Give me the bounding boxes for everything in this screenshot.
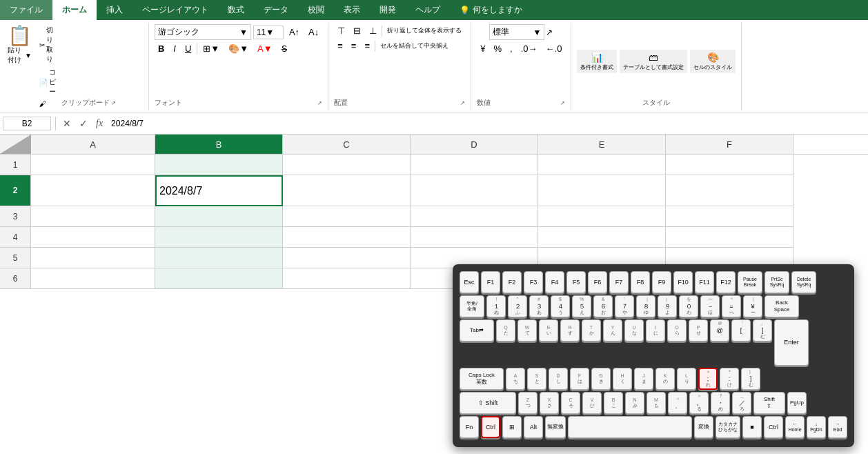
tab-data[interactable]: データ: [254, 0, 298, 20]
bold-button[interactable]: B: [155, 42, 168, 55]
key-3[interactable]: #３あ: [529, 295, 549, 317]
key-yen[interactable]: ｜¥ー: [743, 295, 762, 317]
key-bracket-close[interactable]: 」]む: [753, 319, 772, 342]
cell-f2[interactable]: [666, 175, 793, 206]
key-e[interactable]: Eい: [539, 319, 558, 342]
cell-a1[interactable]: [31, 155, 155, 175]
format-paint-button[interactable]: 🖌: [37, 99, 60, 109]
key-f6[interactable]: F6: [588, 271, 607, 293]
cell-c5[interactable]: [283, 248, 411, 268]
key-slash[interactable]: ？・め: [711, 392, 730, 414]
key-f3[interactable]: F3: [524, 271, 543, 293]
key-i[interactable]: Iに: [646, 319, 665, 342]
border-button[interactable]: ⊞▼: [199, 42, 223, 55]
key-space[interactable]: [568, 416, 692, 438]
cell-f3[interactable]: [666, 206, 793, 227]
font-color-button[interactable]: A▼: [254, 42, 276, 55]
key-4[interactable]: $４う: [551, 295, 570, 317]
key-f12[interactable]: F12: [716, 271, 736, 293]
conditional-format-button[interactable]: 📊 条件付き書式: [577, 50, 617, 73]
decrease-font-button[interactable]: A↓: [305, 26, 322, 39]
key-s[interactable]: Sと: [527, 368, 546, 390]
key-colon[interactable]: ＊:け: [720, 368, 739, 390]
number-format-selector[interactable]: 標準 ▼: [489, 24, 544, 40]
fill-color-button[interactable]: 🎨▼: [225, 42, 252, 55]
key-f7[interactable]: F7: [609, 271, 629, 293]
increase-decimal-button[interactable]: .0→: [517, 42, 541, 55]
font-name-selector[interactable]: 游ゴシック ▼: [155, 24, 251, 40]
row-header-2[interactable]: 2: [0, 175, 31, 206]
cell-f4[interactable]: [666, 227, 793, 248]
key-home[interactable]: ←Home: [785, 416, 805, 438]
key-m[interactable]: Mも: [647, 392, 666, 414]
italic-button[interactable]: I: [170, 42, 179, 55]
key-tab[interactable]: Tab⇄: [460, 319, 494, 342]
key-u[interactable]: Uな: [624, 319, 644, 342]
key-shift-right[interactable]: Shift⇧: [753, 392, 785, 414]
key-a[interactable]: Aち: [506, 368, 525, 390]
key-fn[interactable]: Fn: [460, 416, 479, 438]
key-muhenkan[interactable]: 無変換: [545, 416, 566, 438]
key-minus[interactable]: ー－ほ: [700, 295, 720, 317]
cell-b3[interactable]: [155, 206, 283, 227]
key-pgup[interactable]: PgUp: [787, 392, 807, 414]
format-as-table-button[interactable]: 🗃 テーブルとして書式設定: [620, 50, 687, 73]
col-header-b[interactable]: B: [155, 135, 283, 154]
col-header-a[interactable]: A: [31, 135, 155, 154]
col-header-e[interactable]: E: [538, 135, 666, 154]
key-pgdn[interactable]: ↓PgDn: [807, 416, 826, 438]
key-j[interactable]: Jま: [634, 368, 653, 390]
col-header-c[interactable]: C: [283, 135, 411, 154]
key-r[interactable]: Rす: [560, 319, 580, 342]
key-enter[interactable]: Enter: [774, 319, 809, 366]
cell-d2[interactable]: [411, 175, 538, 206]
key-alt[interactable]: Alt: [524, 416, 543, 438]
cell-b6[interactable]: [155, 268, 283, 289]
tab-home[interactable]: ホーム: [52, 0, 97, 20]
key-equal[interactable]: ＾=へ: [722, 295, 741, 317]
key-win[interactable]: ⊞: [502, 416, 522, 438]
key-f8[interactable]: F8: [631, 271, 650, 293]
wrap-text-button[interactable]: 折り返して全体を表示する: [384, 25, 465, 37]
key-hankaku[interactable]: 半角/全角: [460, 295, 484, 317]
comma-button[interactable]: ,: [506, 42, 516, 55]
cell-d1[interactable]: [411, 155, 538, 175]
tab-developer[interactable]: 開発: [370, 0, 406, 20]
key-f2[interactable]: F2: [502, 271, 522, 293]
cell-reference-box[interactable]: B2: [3, 117, 51, 130]
cell-b4[interactable]: [155, 227, 283, 248]
key-end[interactable]: →End: [828, 416, 847, 438]
key-d[interactable]: Dし: [549, 368, 568, 390]
key-ctrl-left[interactable]: Ctrl: [481, 416, 500, 438]
col-header-f[interactable]: F: [666, 135, 793, 154]
cell-c1[interactable]: [283, 155, 411, 175]
key-p[interactable]: Pせ: [689, 319, 708, 342]
cell-c4[interactable]: [283, 227, 411, 248]
tab-page-layout[interactable]: ページレイアウト: [132, 0, 218, 20]
copy-button[interactable]: 📄 コピー: [37, 66, 60, 98]
increase-font-button[interactable]: A↑: [286, 26, 303, 39]
cell-c3[interactable]: [283, 206, 411, 227]
align-right-button[interactable]: ≡: [361, 39, 373, 52]
strikethrough-button[interactable]: S̶: [278, 42, 290, 55]
key-g[interactable]: Gき: [591, 368, 611, 390]
cell-a2[interactable]: [31, 175, 155, 206]
key-t[interactable]: Tか: [582, 319, 601, 342]
paste-button[interactable]: 📋 貼り付け ▼: [4, 24, 35, 67]
key-k[interactable]: Kの: [655, 368, 675, 390]
key-pause[interactable]: PauseBreak: [738, 271, 762, 293]
key-f[interactable]: Fは: [570, 368, 589, 390]
key-9[interactable]: ）９よ: [658, 295, 677, 317]
key-f5[interactable]: F5: [566, 271, 586, 293]
cell-e4[interactable]: [538, 227, 666, 248]
key-delete[interactable]: DeleteSysRq: [791, 271, 816, 293]
key-1[interactable]: ！１ぬ: [486, 295, 506, 317]
tab-review[interactable]: 校閲: [298, 0, 334, 20]
tab-view[interactable]: 表示: [334, 0, 370, 20]
key-b[interactable]: Bこ: [604, 392, 623, 414]
key-z[interactable]: Zつ: [518, 392, 537, 414]
key-prtsc[interactable]: PrtScSysRq: [765, 271, 789, 293]
key-8[interactable]: （８ゆ: [636, 295, 655, 317]
key-period[interactable]: ＞。る: [689, 392, 709, 414]
insert-function-icon[interactable]: fx: [93, 117, 106, 130]
